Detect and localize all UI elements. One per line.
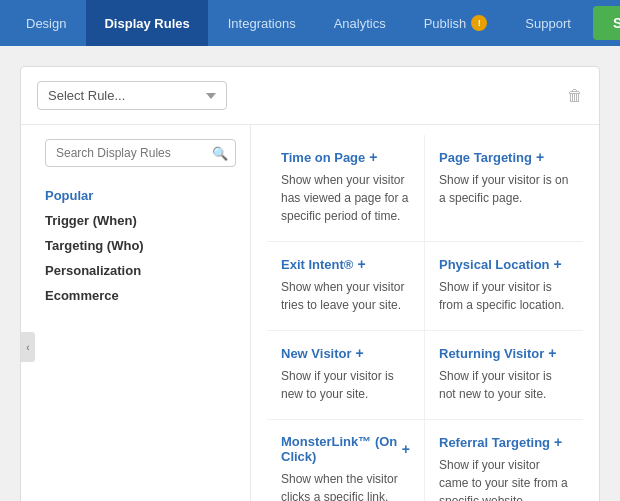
select-rule-row: Select Rule... 🗑 — [21, 67, 599, 125]
tab-display-rules[interactable]: Display Rules — [86, 0, 207, 46]
sidebar-item-popular[interactable]: Popular — [45, 183, 236, 208]
tab-design[interactable]: Design — [8, 0, 84, 46]
tab-support[interactable]: Support — [507, 0, 589, 46]
tab-publish[interactable]: Publish ! — [406, 0, 506, 46]
sidebar-item-targeting[interactable]: Targeting (Who) — [45, 233, 236, 258]
rule-description: Show if your visitor is new to your site… — [281, 367, 410, 403]
add-rule-icon[interactable]: + — [356, 345, 364, 361]
tab-analytics[interactable]: Analytics — [316, 0, 404, 46]
tab-integrations[interactable]: Integrations — [210, 0, 314, 46]
add-rule-icon[interactable]: + — [369, 149, 377, 165]
rule-title: Exit Intent®+ — [281, 256, 410, 272]
rules-grid: Time on Page+Show when your visitor has … — [267, 135, 583, 501]
sidebar-item-trigger[interactable]: Trigger (When) — [45, 208, 236, 233]
add-rule-icon[interactable]: + — [402, 441, 410, 457]
rule-card-new-visitor: New Visitor+Show if your visitor is new … — [267, 331, 425, 420]
sidebar-item-ecommerce[interactable]: Ecommerce — [45, 283, 236, 308]
save-button[interactable]: Save — [593, 6, 620, 40]
rule-title: Referral Targeting+ — [439, 434, 569, 450]
rule-description: Show when your visitor has viewed a page… — [281, 171, 410, 225]
rule-card-time-on-page: Time on Page+Show when your visitor has … — [267, 135, 425, 242]
rule-card-exit-intent-: Exit Intent®+Show when your visitor trie… — [267, 242, 425, 331]
main-panel: Select Rule... 🗑 ‹ 🔍 PopularTrigger (Whe… — [20, 66, 600, 501]
left-sidebar: 🔍 PopularTrigger (When)Targeting (Who)Pe… — [21, 125, 251, 501]
sidebar-item-personalization[interactable]: Personalization — [45, 258, 236, 283]
add-rule-icon[interactable]: + — [357, 256, 365, 272]
left-panel-toggle[interactable]: ‹ — [21, 332, 35, 362]
rule-description: Show if your visitor is from a specific … — [439, 278, 569, 314]
rule-description: Show if your visitor came to your site f… — [439, 456, 569, 501]
publish-label: Publish — [424, 16, 467, 31]
rule-description: Show when the visitor clicks a specific … — [281, 470, 410, 501]
delete-rule-icon[interactable]: 🗑 — [567, 87, 583, 105]
add-rule-icon[interactable]: + — [548, 345, 556, 361]
add-rule-icon[interactable]: + — [536, 149, 544, 165]
body-area: ‹ 🔍 PopularTrigger (When)Targeting (Who)… — [21, 125, 599, 501]
publish-badge: ! — [471, 15, 487, 31]
rule-description: Show if your visitor is not new to your … — [439, 367, 569, 403]
rule-description: Show when your visitor tries to leave yo… — [281, 278, 410, 314]
rule-title: Physical Location+ — [439, 256, 569, 272]
rule-card-returning-visitor: Returning Visitor+Show if your visitor i… — [425, 331, 583, 420]
search-box: 🔍 — [45, 139, 236, 167]
search-input[interactable] — [45, 139, 236, 167]
rule-title: Page Targeting+ — [439, 149, 569, 165]
add-rule-icon[interactable]: + — [554, 256, 562, 272]
rule-title: Time on Page+ — [281, 149, 410, 165]
rules-area: Time on Page+Show when your visitor has … — [251, 125, 599, 501]
rule-title: New Visitor+ — [281, 345, 410, 361]
add-rule-icon[interactable]: + — [554, 434, 562, 450]
rule-card-physical-location: Physical Location+Show if your visitor i… — [425, 242, 583, 331]
page-content: Select Rule... 🗑 ‹ 🔍 PopularTrigger (Whe… — [0, 46, 620, 501]
select-rule-dropdown[interactable]: Select Rule... — [37, 81, 227, 110]
rule-card-monsterlink---on-click-: MonsterLink™ (On Click)+Show when the vi… — [267, 420, 425, 501]
sidebar-categories: PopularTrigger (When)Targeting (Who)Pers… — [45, 183, 236, 308]
rule-card-referral-targeting: Referral Targeting+Show if your visitor … — [425, 420, 583, 501]
rule-title: MonsterLink™ (On Click)+ — [281, 434, 410, 464]
rule-description: Show if your visitor is on a specific pa… — [439, 171, 569, 207]
top-nav: Design Display Rules Integrations Analyt… — [0, 0, 620, 46]
rule-title: Returning Visitor+ — [439, 345, 569, 361]
rule-card-page-targeting: Page Targeting+Show if your visitor is o… — [425, 135, 583, 242]
search-icon[interactable]: 🔍 — [212, 146, 228, 161]
